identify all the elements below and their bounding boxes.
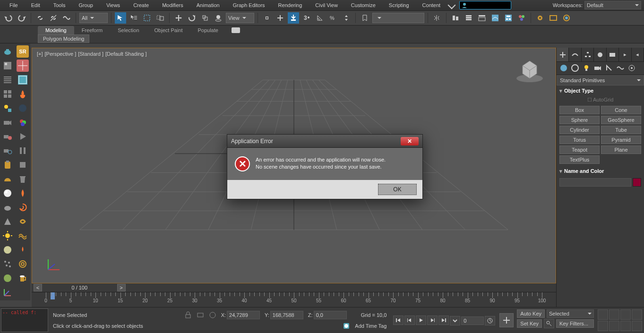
camera-sphere-icon[interactable] xyxy=(1,130,14,143)
ribbon-tab-object-paint[interactable]: Object Paint xyxy=(147,26,190,34)
window-crossing-button[interactable] xyxy=(155,12,166,24)
prev-frame-button[interactable] xyxy=(404,316,415,325)
snaps-toggle-button[interactable]: 3 xyxy=(301,12,312,24)
material-editor-button[interactable] xyxy=(516,12,527,24)
x-input[interactable] xyxy=(227,311,260,319)
time-prev-icon[interactable]: < xyxy=(34,284,42,291)
zoom-all-button[interactable] xyxy=(609,309,619,320)
fire-icon[interactable] xyxy=(17,88,29,100)
isolate-icon[interactable] xyxy=(197,311,204,319)
ribbon-tab-modeling[interactable]: Modeling xyxy=(38,26,74,34)
pan-button[interactable] xyxy=(609,321,619,331)
obj-box-button[interactable]: Box xyxy=(559,106,600,114)
set-key-button[interactable]: Set Key xyxy=(517,319,542,328)
time-next-icon[interactable]: > xyxy=(117,284,126,291)
menu-overflow-icon[interactable] xyxy=(448,1,456,9)
bind-spacewarp-button[interactable] xyxy=(61,12,72,24)
ribbon-tab-freeform[interactable]: Freeform xyxy=(74,26,111,34)
z-input[interactable] xyxy=(314,311,347,319)
menu-customize[interactable]: Customize xyxy=(344,1,382,9)
rgb-sphere-icon[interactable] xyxy=(17,116,29,128)
toggle-ribbon-button[interactable] xyxy=(476,12,488,24)
render-frame-button[interactable] xyxy=(548,12,559,24)
manipulate-button[interactable] xyxy=(275,12,286,24)
viewport-label[interactable]: [+][Perspective ][Standard ][Default Sha… xyxy=(37,51,148,57)
add-time-tag[interactable]: Add Time Tag xyxy=(355,323,386,329)
y-input[interactable] xyxy=(270,311,303,319)
big-key-button[interactable] xyxy=(499,313,514,327)
goto-start-button[interactable] xyxy=(393,316,404,325)
obj-geosphere-button[interactable]: GeoSphere xyxy=(601,116,641,124)
fire-orange-icon[interactable] xyxy=(17,187,29,199)
zoom-extents-all-button[interactable] xyxy=(632,309,642,320)
sphere-yellow-icon[interactable] xyxy=(1,244,14,256)
menu-file[interactable]: File xyxy=(3,1,25,9)
move-button[interactable] xyxy=(173,12,184,24)
mail-icon[interactable] xyxy=(232,27,240,33)
particles-icon[interactable] xyxy=(1,258,14,270)
ok-button[interactable]: OK xyxy=(378,184,417,195)
knot-icon[interactable] xyxy=(17,215,29,228)
obj-textplus-button[interactable]: TextPlus xyxy=(559,155,600,164)
play-icon[interactable] xyxy=(17,130,29,143)
key-filters-icon[interactable] xyxy=(544,319,554,328)
camera-icon[interactable] xyxy=(1,116,14,128)
axis-icon[interactable] xyxy=(1,286,14,299)
menu-rendering[interactable]: Rendering xyxy=(272,1,309,9)
systems-subtab[interactable] xyxy=(627,64,636,73)
teapot-icon[interactable] xyxy=(1,45,14,58)
angle-snap-button[interactable] xyxy=(314,12,326,24)
obj-cone-button[interactable]: Cone xyxy=(601,106,641,114)
layer-explorer-button[interactable] xyxy=(463,12,474,24)
dialog-close-button[interactable]: ✕ xyxy=(401,137,419,145)
key-filter-sel-dropdown[interactable]: Selected xyxy=(547,309,594,318)
dark-sphere-icon[interactable] xyxy=(17,102,29,114)
align-button[interactable] xyxy=(450,12,461,24)
modify-tab[interactable] xyxy=(569,48,581,61)
placement-button[interactable] xyxy=(213,12,224,24)
flame-small-icon[interactable] xyxy=(17,244,29,256)
camera-target-icon[interactable] xyxy=(1,145,14,157)
sphere-white-icon[interactable] xyxy=(1,187,14,199)
teapot-grey-icon[interactable] xyxy=(1,201,14,213)
mirror-button[interactable] xyxy=(431,12,443,24)
max-toggle-button[interactable] xyxy=(632,321,642,331)
create-tab[interactable] xyxy=(557,48,569,61)
spacewarps-subtab[interactable] xyxy=(616,64,625,73)
zoom-button[interactable] xyxy=(598,309,608,320)
next-frame-button[interactable] xyxy=(427,316,438,325)
percent-snap-button[interactable]: % xyxy=(327,12,339,24)
sr-button[interactable]: SR xyxy=(17,45,29,58)
dialog-titlebar[interactable]: Application Error ✕ xyxy=(227,135,422,148)
obj-sphere-button[interactable]: Sphere xyxy=(559,116,600,124)
obj-torus-button[interactable]: Torus xyxy=(559,136,600,144)
time-tag-icon[interactable] xyxy=(343,322,350,330)
motion-tab[interactable] xyxy=(594,48,606,61)
goto-end-button[interactable] xyxy=(438,316,449,325)
axis-gizmo[interactable] xyxy=(43,256,62,274)
keyboard-shortcut-override-button[interactable] xyxy=(288,12,299,24)
helpers-subtab[interactable] xyxy=(605,64,613,73)
menu-views[interactable]: Views xyxy=(100,1,127,9)
menu-create[interactable]: Create xyxy=(127,1,155,9)
script-listener[interactable]: -- called f: xyxy=(1,308,48,332)
dome-icon[interactable] xyxy=(1,173,14,185)
orange-grid-icon[interactable] xyxy=(17,60,29,72)
link-button[interactable] xyxy=(34,12,46,24)
grid-list-icon[interactable] xyxy=(1,88,14,100)
selection-filter-dropdown[interactable]: All xyxy=(79,13,108,23)
obj-teapot-button[interactable]: Teapot xyxy=(559,145,600,154)
blue-grid-icon[interactable] xyxy=(17,74,29,86)
obj-plane-button[interactable]: Plane xyxy=(601,145,641,154)
display-tab[interactable] xyxy=(607,48,619,61)
curve-editor-button[interactable] xyxy=(489,12,501,24)
vortex-icon[interactable] xyxy=(17,258,29,270)
ribbon-tab-populate[interactable]: Populate xyxy=(190,26,225,34)
time-ruler[interactable]: 0510152025303540455055606570758085909510… xyxy=(32,292,556,306)
orbit-button[interactable] xyxy=(620,321,631,331)
spinner-snap-button[interactable] xyxy=(341,12,352,24)
named-sel-set-dropdown[interactable] xyxy=(372,13,424,23)
select-region-rect-button[interactable] xyxy=(141,12,153,24)
select-object-button[interactable] xyxy=(115,12,126,24)
terrain-icon[interactable] xyxy=(1,272,14,284)
